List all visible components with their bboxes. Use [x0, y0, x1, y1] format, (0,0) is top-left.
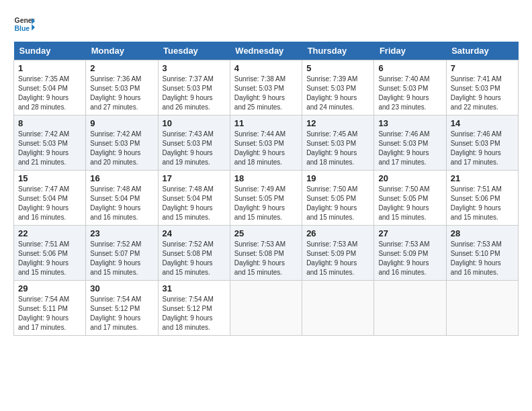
calendar-cell: 26Sunrise: 7:53 AMSunset: 5:09 PMDayligh… [302, 226, 374, 281]
day-number: 4 [234, 63, 298, 73]
day-info: Sunrise: 7:54 AMSunset: 5:11 PMDaylight:… [18, 295, 81, 332]
day-number: 29 [18, 283, 81, 293]
day-info: Sunrise: 7:50 AMSunset: 5:05 PMDaylight:… [378, 185, 441, 222]
day-number: 13 [378, 118, 441, 128]
weekday-friday: Friday [374, 42, 446, 60]
day-number: 3 [163, 63, 226, 73]
day-info: Sunrise: 7:53 AMSunset: 5:08 PMDaylight:… [234, 240, 298, 277]
calendar-cell: 8Sunrise: 7:42 AMSunset: 5:03 PMDaylight… [14, 116, 86, 171]
calendar-cell: 24Sunrise: 7:52 AMSunset: 5:08 PMDayligh… [158, 226, 230, 281]
calendar-cell: 11Sunrise: 7:44 AMSunset: 5:03 PMDayligh… [230, 116, 302, 171]
day-info: Sunrise: 7:38 AMSunset: 5:03 PMDaylight:… [234, 75, 298, 112]
day-info: Sunrise: 7:49 AMSunset: 5:05 PMDaylight:… [234, 185, 298, 222]
day-info: Sunrise: 7:45 AMSunset: 5:03 PMDaylight:… [306, 130, 369, 167]
day-info: Sunrise: 7:48 AMSunset: 5:04 PMDaylight:… [90, 185, 153, 222]
calendar-cell: 4Sunrise: 7:38 AMSunset: 5:03 PMDaylight… [230, 60, 302, 116]
day-info: Sunrise: 7:41 AMSunset: 5:03 PMDaylight:… [451, 75, 514, 112]
day-number: 31 [163, 283, 226, 293]
day-info: Sunrise: 7:47 AMSunset: 5:04 PMDaylight:… [18, 185, 81, 222]
calendar-cell: 16Sunrise: 7:48 AMSunset: 5:04 PMDayligh… [86, 171, 158, 226]
day-number: 11 [234, 118, 298, 128]
day-number: 15 [18, 173, 81, 183]
day-info: Sunrise: 7:35 AMSunset: 5:04 PMDaylight:… [18, 75, 81, 112]
day-info: Sunrise: 7:52 AMSunset: 5:07 PMDaylight:… [90, 240, 153, 277]
day-number: 30 [90, 283, 153, 293]
calendar-cell: 1Sunrise: 7:35 AMSunset: 5:04 PMDaylight… [14, 60, 86, 116]
day-info: Sunrise: 7:46 AMSunset: 5:03 PMDaylight:… [451, 130, 514, 167]
day-info: Sunrise: 7:39 AMSunset: 5:03 PMDaylight:… [306, 75, 369, 112]
weekday-wednesday: Wednesday [230, 42, 302, 60]
day-number: 25 [234, 228, 298, 238]
day-info: Sunrise: 7:37 AMSunset: 5:03 PMDaylight:… [163, 75, 226, 112]
day-number: 19 [306, 173, 369, 183]
calendar-cell [374, 281, 446, 336]
day-number: 9 [90, 118, 153, 128]
day-info: Sunrise: 7:54 AMSunset: 5:12 PMDaylight:… [163, 295, 226, 332]
day-number: 26 [306, 228, 369, 238]
day-number: 22 [18, 228, 81, 238]
calendar-cell: 28Sunrise: 7:53 AMSunset: 5:10 PMDayligh… [446, 226, 518, 281]
day-info: Sunrise: 7:53 AMSunset: 5:10 PMDaylight:… [451, 240, 514, 277]
calendar-cell: 3Sunrise: 7:37 AMSunset: 5:03 PMDaylight… [158, 60, 230, 116]
svg-text:Blue: Blue [15, 25, 30, 32]
calendar-cell [302, 281, 374, 336]
weekday-sunday: Sunday [14, 42, 86, 60]
day-number: 2 [90, 63, 153, 73]
day-number: 12 [306, 118, 369, 128]
calendar-cell: 18Sunrise: 7:49 AMSunset: 5:05 PMDayligh… [230, 171, 302, 226]
day-number: 24 [163, 228, 226, 238]
calendar-cell: 20Sunrise: 7:50 AMSunset: 5:05 PMDayligh… [374, 171, 446, 226]
calendar-cell [446, 281, 518, 336]
day-info: Sunrise: 7:53 AMSunset: 5:09 PMDaylight:… [306, 240, 369, 277]
weekday-header-row: SundayMondayTuesdayWednesdayThursdayFrid… [14, 42, 519, 60]
day-info: Sunrise: 7:42 AMSunset: 5:03 PMDaylight:… [90, 130, 153, 167]
day-number: 16 [90, 173, 153, 183]
day-number: 6 [378, 63, 441, 73]
calendar-cell: 31Sunrise: 7:54 AMSunset: 5:12 PMDayligh… [158, 281, 230, 336]
calendar-cell: 27Sunrise: 7:53 AMSunset: 5:09 PMDayligh… [374, 226, 446, 281]
calendar-cell: 7Sunrise: 7:41 AMSunset: 5:03 PMDaylight… [446, 60, 518, 116]
day-info: Sunrise: 7:42 AMSunset: 5:03 PMDaylight:… [18, 130, 81, 167]
day-info: Sunrise: 7:44 AMSunset: 5:03 PMDaylight:… [234, 130, 298, 167]
day-info: Sunrise: 7:43 AMSunset: 5:03 PMDaylight:… [163, 130, 226, 167]
weekday-tuesday: Tuesday [158, 42, 230, 60]
day-number: 17 [163, 173, 226, 183]
calendar-cell: 2Sunrise: 7:36 AMSunset: 5:03 PMDaylight… [86, 60, 158, 116]
calendar-body: 1Sunrise: 7:35 AMSunset: 5:04 PMDaylight… [14, 60, 519, 336]
day-info: Sunrise: 7:46 AMSunset: 5:03 PMDaylight:… [378, 130, 441, 167]
calendar-week-2: 8Sunrise: 7:42 AMSunset: 5:03 PMDaylight… [14, 116, 519, 171]
calendar-cell: 10Sunrise: 7:43 AMSunset: 5:03 PMDayligh… [158, 116, 230, 171]
day-number: 18 [234, 173, 298, 183]
day-number: 8 [18, 118, 81, 128]
calendar-cell: 13Sunrise: 7:46 AMSunset: 5:03 PMDayligh… [374, 116, 446, 171]
calendar-cell: 12Sunrise: 7:45 AMSunset: 5:03 PMDayligh… [302, 116, 374, 171]
logo: General Blue [13, 13, 35, 35]
calendar-week-5: 29Sunrise: 7:54 AMSunset: 5:11 PMDayligh… [14, 281, 519, 336]
day-number: 5 [306, 63, 369, 73]
calendar-cell [230, 281, 302, 336]
calendar-cell: 17Sunrise: 7:48 AMSunset: 5:04 PMDayligh… [158, 171, 230, 226]
calendar-week-3: 15Sunrise: 7:47 AMSunset: 5:04 PMDayligh… [14, 171, 519, 226]
weekday-thursday: Thursday [302, 42, 374, 60]
day-number: 14 [451, 118, 514, 128]
calendar-week-4: 22Sunrise: 7:51 AMSunset: 5:06 PMDayligh… [14, 226, 519, 281]
day-number: 23 [90, 228, 153, 238]
day-info: Sunrise: 7:52 AMSunset: 5:08 PMDaylight:… [163, 240, 226, 277]
calendar-cell: 19Sunrise: 7:50 AMSunset: 5:05 PMDayligh… [302, 171, 374, 226]
calendar-cell: 15Sunrise: 7:47 AMSunset: 5:04 PMDayligh… [14, 171, 86, 226]
calendar-cell: 9Sunrise: 7:42 AMSunset: 5:03 PMDaylight… [86, 116, 158, 171]
logo-icon: General Blue [13, 13, 35, 35]
calendar-week-1: 1Sunrise: 7:35 AMSunset: 5:04 PMDaylight… [14, 60, 519, 116]
day-number: 21 [451, 173, 514, 183]
calendar-cell: 30Sunrise: 7:54 AMSunset: 5:12 PMDayligh… [86, 281, 158, 336]
weekday-monday: Monday [86, 42, 158, 60]
calendar-cell: 22Sunrise: 7:51 AMSunset: 5:06 PMDayligh… [14, 226, 86, 281]
calendar-table: SundayMondayTuesdayWednesdayThursdayFrid… [13, 42, 519, 336]
day-number: 10 [163, 118, 226, 128]
day-info: Sunrise: 7:51 AMSunset: 5:06 PMDaylight:… [451, 185, 514, 222]
day-number: 1 [18, 63, 81, 73]
day-number: 20 [378, 173, 441, 183]
day-number: 28 [451, 228, 514, 238]
day-info: Sunrise: 7:54 AMSunset: 5:12 PMDaylight:… [90, 295, 153, 332]
day-info: Sunrise: 7:50 AMSunset: 5:05 PMDaylight:… [306, 185, 369, 222]
